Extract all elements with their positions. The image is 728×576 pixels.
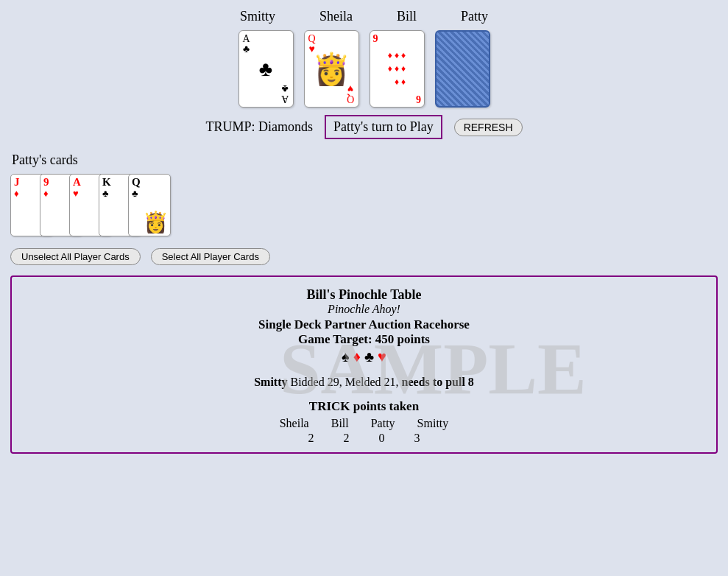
- info-target: Game Target: 450 points: [19, 332, 709, 347]
- info-subtitle: Pinochle Ahoy!: [19, 303, 709, 316]
- select-all-button[interactable]: Select All Player Cards: [151, 248, 270, 265]
- info-table: Bill's Pinochle Table Pinochle Ahoy! Sin…: [10, 275, 718, 454]
- smitty-card-rank-bottom: A♣: [281, 83, 289, 104]
- trick-value-3: 3: [414, 432, 420, 445]
- trick-player-0: Sheila: [280, 417, 309, 430]
- bill-card-diamonds-grid: ♦ ♦ ♦ ♦ ♦ ♦ ♦ ♦: [388, 50, 406, 88]
- smitty-card-rank-top: A♣: [243, 34, 250, 55]
- player-names-row: Smitty Sheila Bill Patty: [0, 0, 728, 24]
- info-game-type: Single Deck Partner Auction Racehorse: [19, 317, 709, 332]
- turn-label-box: Patty's turn to Play: [325, 115, 442, 139]
- player-name-smitty: Smitty: [240, 9, 275, 24]
- trump-label: TRUMP: Diamonds: [205, 119, 313, 135]
- player-stat-name: Smitty: [254, 376, 287, 388]
- player-stat-detail: Bidded 29, Melded 21,: [287, 376, 401, 388]
- bill-card-rank-bottom: 6: [416, 93, 421, 105]
- trick-player-1: Bill: [331, 417, 349, 430]
- player-stat-needs: needs to pull 8: [402, 376, 474, 388]
- queen-figure: 👸: [143, 210, 169, 234]
- trick-values-row: 2 2 0 3: [19, 432, 709, 445]
- refresh-button[interactable]: REFRESH: [454, 119, 523, 136]
- trump-turn-row: TRUMP: Diamonds Patty's turn to Play REF…: [0, 115, 728, 139]
- sheila-play-card: Q♥ 👸 Q♥: [304, 30, 359, 108]
- trick-player-3: Smitty: [417, 417, 449, 430]
- hand-cards-row: J ♦ 9 ♦ A ♥ K ♣ Q ♣ 👸: [10, 174, 728, 236]
- smitty-card-center: ♣: [259, 57, 272, 81]
- sheila-card-rank-top: Q♥: [308, 34, 316, 55]
- info-title: Bill's Pinochle Table: [19, 287, 709, 303]
- card-action-buttons: Unselect All Player Cards Select All Pla…: [10, 248, 728, 265]
- cards-in-play: A♣ ♣ A♣ Q♥ 👸 Q♥ 9 ♦ ♦ ♦ ♦ ♦ ♦ ♦ ♦ 6: [0, 30, 728, 108]
- bill-play-card: 9 ♦ ♦ ♦ ♦ ♦ ♦ ♦ ♦ 6: [370, 30, 425, 108]
- bill-card-rank-top: 9: [373, 33, 378, 45]
- player-name-sheila: Sheila: [319, 9, 353, 24]
- player-stat: Smitty Bidded 29, Melded 21, needs to pu…: [19, 376, 709, 389]
- trick-player-2: Patty: [371, 417, 395, 430]
- sheila-card-figure: 👸: [312, 51, 350, 87]
- trick-value-2: 0: [379, 432, 385, 445]
- player-name-bill: Bill: [397, 9, 417, 24]
- patty-play-card: [435, 30, 490, 108]
- player-name-patty: Patty: [461, 9, 488, 24]
- trick-value-1: 2: [344, 432, 350, 445]
- smitty-play-card: A♣ ♣ A♣: [238, 30, 294, 108]
- sheila-card-rank-bottom: Q♥: [347, 83, 354, 104]
- suits-row: ♠ ♦ ♣ ♥: [19, 348, 709, 365]
- trick-points-title: TRICK points taken: [19, 399, 709, 414]
- hand-card-4[interactable]: Q ♣ 👸: [128, 174, 171, 236]
- unselect-all-button[interactable]: Unselect All Player Cards: [10, 248, 141, 265]
- trick-players-row: Sheila Bill Patty Smitty: [19, 417, 709, 430]
- trick-value-0: 2: [308, 432, 314, 445]
- turn-label: Patty's turn to Play: [333, 119, 434, 134]
- patty-cards-label: Patty's cards: [12, 152, 728, 168]
